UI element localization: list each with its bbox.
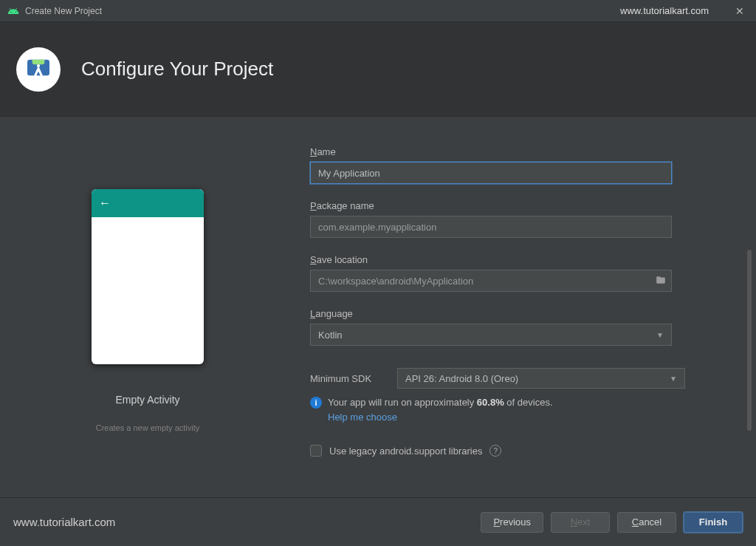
name-input[interactable] bbox=[310, 162, 672, 184]
package-name-label: Package name bbox=[310, 200, 735, 211]
info-icon: i bbox=[310, 397, 322, 409]
help-me-choose-link[interactable]: Help me choose bbox=[328, 411, 553, 424]
minimum-sdk-label: Minimum SDK bbox=[310, 373, 384, 384]
template-description: Creates a new empty activity bbox=[96, 423, 200, 432]
minimum-sdk-select[interactable]: API 26: Android 8.0 (Oreo) ▼ bbox=[397, 368, 685, 389]
preview-appbar: ← bbox=[92, 189, 204, 217]
close-icon[interactable]: ✕ bbox=[731, 5, 749, 17]
chevron-down-icon: ▼ bbox=[656, 331, 664, 339]
legacy-libraries-checkbox[interactable] bbox=[310, 445, 322, 457]
save-location-input[interactable] bbox=[310, 270, 672, 292]
language-value: Kotlin bbox=[318, 330, 343, 341]
titlebar: Create New Project www.tutorialkart.com … bbox=[0, 0, 756, 22]
legacy-libraries-label: Use legacy android.support libraries bbox=[329, 446, 482, 457]
chevron-down-icon: ▼ bbox=[670, 375, 677, 383]
language-select[interactable]: Kotlin ▼ bbox=[310, 324, 672, 346]
previous-button[interactable]: Previous bbox=[481, 512, 543, 533]
titlebar-url: www.tutorialkart.com bbox=[620, 5, 709, 16]
folder-icon[interactable] bbox=[656, 275, 666, 287]
next-button: Next bbox=[551, 512, 610, 533]
cancel-button[interactable]: Cancel bbox=[617, 512, 676, 533]
page-title: Configure Your Project bbox=[81, 58, 273, 81]
language-label: Language bbox=[310, 308, 735, 319]
wizard-body: ← Empty Activity Creates a new empty act… bbox=[0, 117, 756, 497]
device-coverage-text: Your app will run on approximately 60.8%… bbox=[328, 396, 553, 424]
footer-url: www.tutorialkart.com bbox=[13, 516, 115, 528]
name-label: Name bbox=[310, 146, 735, 157]
header-band: Configure Your Project bbox=[0, 22, 756, 117]
finish-button[interactable]: Finish bbox=[684, 512, 743, 533]
form-column: Name Package name Save location Language bbox=[281, 146, 741, 490]
minimum-sdk-value: API 26: Android 8.0 (Oreo) bbox=[405, 373, 518, 384]
save-location-label: Save location bbox=[310, 254, 735, 265]
package-name-input[interactable] bbox=[310, 216, 672, 238]
help-icon[interactable]: ? bbox=[489, 445, 501, 457]
wizard-footer: www.tutorialkart.com Previous Next Cance… bbox=[0, 497, 756, 546]
wizard-window: Create New Project www.tutorialkart.com … bbox=[0, 0, 756, 546]
titlebar-text: Create New Project bbox=[25, 6, 102, 16]
back-arrow-icon: ← bbox=[99, 197, 111, 210]
template-preview-card: ← bbox=[92, 189, 204, 364]
android-icon bbox=[7, 5, 19, 17]
svg-point-1 bbox=[37, 64, 40, 66]
android-studio-icon bbox=[16, 47, 61, 92]
template-name: Empty Activity bbox=[115, 394, 179, 406]
scrollbar[interactable] bbox=[747, 250, 752, 431]
template-preview-column: ← Empty Activity Creates a new empty act… bbox=[15, 146, 281, 490]
